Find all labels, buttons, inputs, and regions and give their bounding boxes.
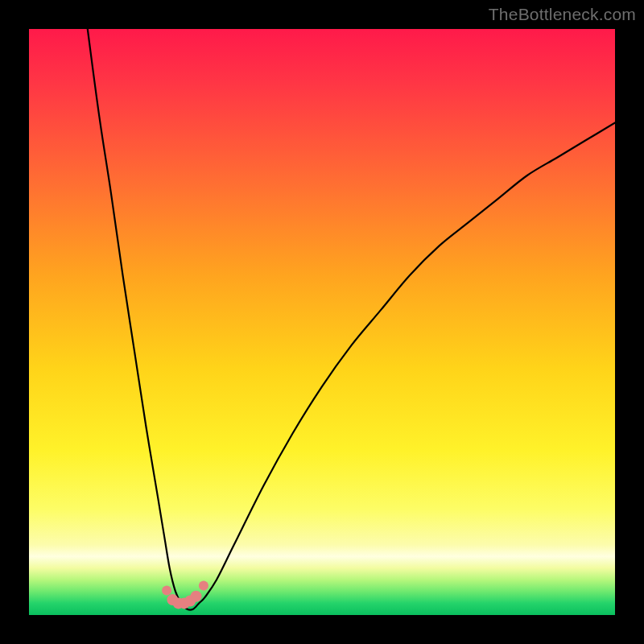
highlight-marker — [162, 585, 171, 595]
chart-svg — [29, 29, 615, 615]
highlight-marker — [191, 591, 202, 602]
highlight-marker — [199, 581, 208, 591]
watermark-text: TheBottleneck.com — [489, 5, 636, 24]
highlight-marker-group — [162, 581, 208, 609]
plot-area — [29, 29, 615, 615]
bottleneck-curve — [88, 29, 615, 610]
chart-container: TheBottleneck.com — [0, 0, 644, 644]
